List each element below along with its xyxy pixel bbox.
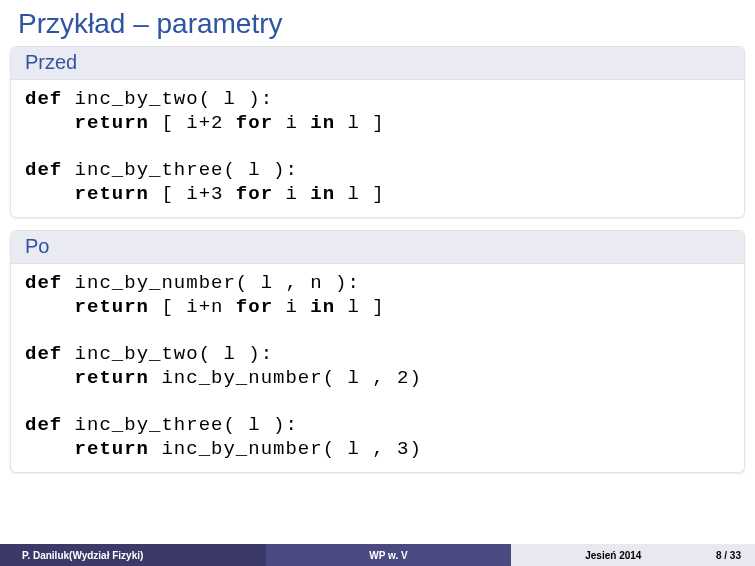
block-po: Po def inc_by_number( l , n ): return [ …	[10, 230, 745, 473]
footer-author: P. Daniluk(Wydział Fizyki)	[0, 544, 266, 566]
block-body-przed: def inc_by_two( l ): return [ i+2 for i …	[11, 80, 744, 217]
slide-title: Przykład – parametry	[0, 0, 755, 46]
block-body-po: def inc_by_number( l , n ): return [ i+n…	[11, 264, 744, 472]
block-header-przed: Przed	[11, 47, 744, 80]
slide-content: Przed def inc_by_two( l ): return [ i+2 …	[0, 46, 755, 566]
footer-date: Jesień 2014	[511, 550, 716, 561]
code-po: def inc_by_number( l , n ): return [ i+n…	[25, 272, 730, 462]
footer-center: WP w. V	[266, 544, 510, 566]
slide: Przykład – parametry Przed def inc_by_tw…	[0, 0, 755, 566]
block-przed: Przed def inc_by_two( l ): return [ i+2 …	[10, 46, 745, 218]
footer: P. Daniluk(Wydział Fizyki) WP w. V Jesie…	[0, 544, 755, 566]
block-header-po: Po	[11, 231, 744, 264]
footer-page: 8 / 33	[716, 550, 755, 561]
code-przed: def inc_by_two( l ): return [ i+2 for i …	[25, 88, 730, 207]
footer-right: Jesień 2014 8 / 33	[511, 544, 755, 566]
